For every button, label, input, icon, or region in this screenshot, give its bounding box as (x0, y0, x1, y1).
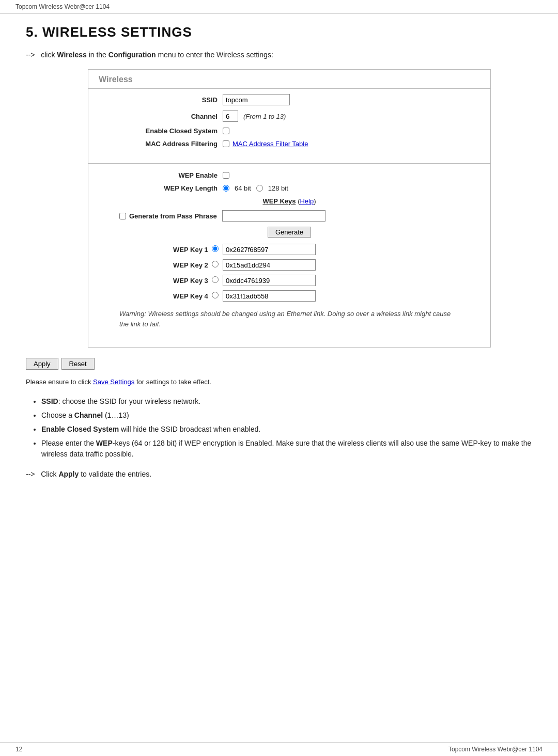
wep-key3-radio[interactable] (212, 276, 219, 283)
wep-key4-radio[interactable] (212, 292, 219, 298)
wep-key-length-label: WEP Key Length (104, 184, 223, 192)
section-divider-1 (88, 163, 490, 164)
wep-key2-label: WEP Key 2 (104, 261, 223, 269)
ssid-label: SSID (104, 96, 223, 104)
mac-filter-label: MAC Address Filtering (104, 140, 223, 148)
closed-system-row: Enable Closed System (104, 127, 475, 135)
bottom-note-arrow: --> (26, 470, 39, 478)
bullet-ssid-text: : choose the SSID for your wireless netw… (58, 397, 200, 405)
bullet-wep-text2: -keys (64 or 128 bit) if WEP encryption … (41, 439, 531, 458)
wep-keys-help-link[interactable]: Help (300, 197, 314, 205)
wep-key3-row: WEP Key 3 (104, 275, 475, 286)
wep-enable-checkbox[interactable] (223, 172, 229, 179)
bottom-note-text2: to validate the entries. (81, 470, 151, 478)
wep-key1-input[interactable] (223, 244, 316, 255)
bullet-closed-system: Enable Closed System will hide the SSID … (41, 424, 532, 435)
warning-text: Warning: Wireless settings should be cha… (119, 309, 459, 329)
bottom-note: --> Click Apply to validate the entries. (26, 470, 532, 478)
bullet-wep: Please enter the WEP-keys (64 or 128 bit… (41, 438, 532, 460)
wep-key2-radio[interactable] (212, 261, 219, 267)
ssid-row: SSID (104, 94, 475, 105)
wep-keys-underline: WEP Keys (262, 197, 296, 205)
wep-key-length-options: 64 bit 128 bit (223, 184, 288, 192)
generate-label: Generate from Pass Phrase (129, 212, 217, 220)
top-bar: Topcom Wireless Webr@cer 1104 (0, 0, 558, 14)
wep-keys-row: WEP Keys (Help) (104, 197, 475, 205)
bullet-ssid-bold: SSID (41, 397, 58, 405)
footer: 12 Topcom Wireless Webr@cer 1104 (0, 742, 558, 756)
intro-in: in the (89, 51, 109, 59)
bullet-wep-bold: WEP (96, 439, 113, 447)
wep-key-length-row: WEP Key Length 64 bit 128 bit (104, 184, 475, 192)
bullet-channel-text1: Choose a (41, 411, 74, 419)
ssid-input[interactable] (223, 94, 290, 105)
generate-passphrase-input[interactable] (222, 210, 326, 222)
wep-keys-paren-close: ) (314, 197, 316, 205)
wireless-panel-title: Wireless (88, 70, 490, 89)
intro-wireless: Wireless (57, 51, 86, 59)
wep-key1-radio[interactable] (212, 245, 219, 252)
save-settings-link[interactable]: Save Settings (93, 378, 134, 386)
mac-filter-row: MAC Address Filtering MAC Address Filter… (104, 140, 475, 148)
wep-key4-input[interactable] (223, 290, 316, 302)
bullet-wep-text1: Please enter the (41, 439, 96, 447)
wep-enable-row: WEP Enable (104, 171, 475, 179)
wep-key3-label: WEP Key 3 (104, 276, 223, 285)
channel-hint: (From 1 to 13) (243, 113, 286, 120)
bullet-closed-bold: Enable Closed System (41, 425, 119, 433)
generate-row: Generate from Pass Phrase (119, 210, 475, 222)
reset-button[interactable]: Reset (61, 358, 95, 370)
button-row: Apply Reset (26, 358, 532, 370)
bullet-ssid: SSID: choose the SSID for your wireless … (41, 396, 532, 407)
closed-system-checkbox[interactable] (223, 128, 229, 134)
wireless-panel: Wireless SSID Channel (From 1 to 13) Ena… (88, 69, 491, 348)
top-bar-title: Topcom Wireless Webr@cer 1104 (16, 3, 110, 10)
page-title: 5. WIRELESS SETTINGS (26, 24, 532, 40)
wep-key4-row: WEP Key 4 (104, 290, 475, 302)
closed-system-label: Enable Closed System (104, 127, 223, 135)
mac-filter-checkbox[interactable] (223, 140, 229, 147)
main-content: 5. WIRELESS SETTINGS --> click Wireless … (0, 14, 558, 509)
save-suffix: for settings to take effect. (136, 378, 211, 386)
footer-left: 12 (16, 746, 22, 753)
wep-64bit-label: 64 bit (235, 184, 251, 192)
intro-text: click (41, 51, 57, 59)
intro-config: Configuration (109, 51, 156, 59)
bullet-list: SSID: choose the SSID for your wireless … (41, 396, 532, 460)
generate-checkbox[interactable] (119, 213, 126, 219)
mac-filter-link[interactable]: MAC Address Filter Table (233, 140, 308, 148)
bullet-channel: Choose a Channel (1…13) (41, 410, 532, 421)
intro-arrow: --> (26, 51, 39, 59)
generate-button[interactable]: Generate (268, 227, 311, 238)
intro-end: menu to enter the Wireless settings: (158, 51, 273, 59)
basic-settings-area: SSID Channel (From 1 to 13) Enable Close… (88, 89, 490, 158)
channel-row: Channel (From 1 to 13) (104, 111, 475, 122)
bottom-note-bold: Apply (58, 470, 79, 478)
wep-key4-label: WEP Key 4 (104, 292, 223, 300)
apply-button[interactable]: Apply (26, 358, 58, 370)
wep-keys-label: WEP Keys (Help) (262, 197, 316, 205)
save-line: Please ensure to click Save Settings for… (26, 378, 532, 386)
wep-key2-input[interactable] (223, 259, 316, 271)
channel-label: Channel (104, 113, 223, 120)
wep-128bit-radio[interactable] (256, 185, 263, 192)
intro-line: --> click Wireless in the Configuration … (26, 51, 532, 59)
bottom-note-text1: Click (41, 470, 58, 478)
wep-64bit-radio[interactable] (223, 185, 229, 192)
wep-section: WEP Enable WEP Key Length 64 bit 128 bit… (88, 169, 490, 337)
wep-enable-label: WEP Enable (104, 171, 223, 179)
footer-right: Topcom Wireless Webr@cer 1104 (448, 746, 542, 753)
wep-key1-row: WEP Key 1 (104, 244, 475, 255)
bullet-closed-text: will hide the SSID broadcast when enable… (119, 425, 260, 433)
wep-128bit-label: 128 bit (268, 184, 288, 192)
channel-input[interactable] (223, 111, 238, 122)
bullet-channel-text2: (1…13) (103, 411, 129, 419)
wep-key3-input[interactable] (223, 275, 316, 286)
generate-btn-row: Generate (104, 227, 475, 238)
bullet-channel-bold: Channel (74, 411, 103, 419)
wep-key1-label: WEP Key 1 (104, 245, 223, 254)
wep-key2-row: WEP Key 2 (104, 259, 475, 271)
save-prefix: Please ensure to click (26, 378, 93, 386)
